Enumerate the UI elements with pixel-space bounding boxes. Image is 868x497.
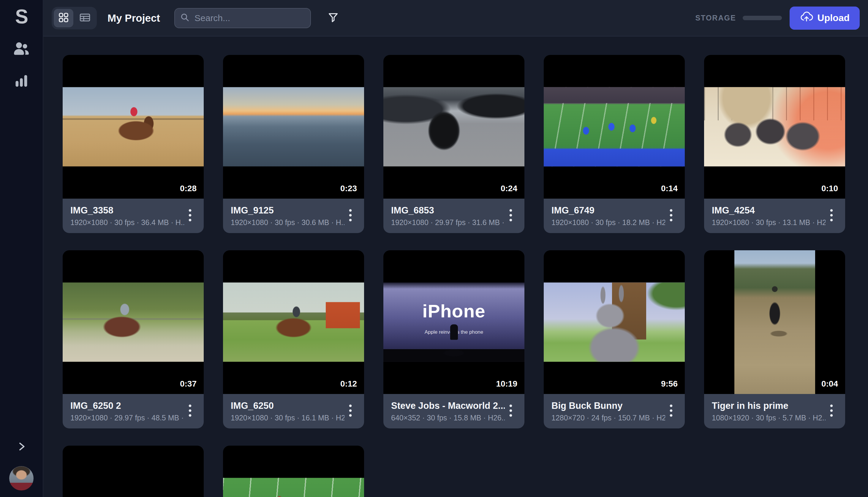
more-options-button[interactable] xyxy=(505,206,517,225)
video-card[interactable]: 0:24 IMG_6853 1920×1080 · 29.97 fps · 31… xyxy=(383,55,524,233)
video-thumbnail: 0:24 xyxy=(383,55,524,199)
duration-badge: 0:12 xyxy=(340,379,357,389)
video-card[interactable]: 0:14 IMG_6749 1920×1080 · 30 fps · 18.2 … xyxy=(544,55,685,233)
users-icon xyxy=(13,41,30,57)
sidebar-nav xyxy=(12,40,31,90)
sidebar-item-analytics[interactable] xyxy=(12,72,31,90)
filter-button[interactable] xyxy=(327,11,339,25)
grid-view-button[interactable] xyxy=(54,9,73,27)
video-card[interactable]: 0:37 IMG_6250 2 1920×1080 · 29.97 fps · … xyxy=(63,250,204,428)
duration-badge: 10:19 xyxy=(496,379,517,389)
video-title: Big Buck Bunny xyxy=(552,400,665,411)
duration-badge: 0:10 xyxy=(821,184,838,193)
duration-badge: 0:37 xyxy=(180,379,197,389)
video-card[interactable]: iPhone Apple reinvents the phone 10:19 S… xyxy=(383,250,524,428)
video-thumbnail: 0:14 xyxy=(544,55,685,199)
video-thumbnail: 0:28 xyxy=(63,55,204,199)
grid-view-icon xyxy=(58,12,69,24)
video-card-footer: IMG_6250 1920×1080 · 30 fps · 16.1 MB · … xyxy=(223,394,364,428)
upload-button[interactable]: Upload xyxy=(789,6,860,30)
kebab-menu-icon xyxy=(346,207,355,225)
video-card[interactable]: 0:10 IMG_4254 1920×1080 · 30 fps · 13.1 … xyxy=(704,55,845,233)
video-card[interactable]: 0:23 IMG_9125 1920×1080 · 30 fps · 30.6 … xyxy=(223,55,364,233)
presenter-silhouette xyxy=(450,325,458,340)
more-options-button[interactable] xyxy=(826,206,837,225)
video-card[interactable]: 0:28 IMG_3358 1920×1080 · 30 fps · 36.4 … xyxy=(63,55,204,233)
video-thumbnail: 0:12 xyxy=(223,250,364,394)
sidebar: S xyxy=(0,0,43,497)
video-title: IMG_9125 xyxy=(231,205,344,216)
video-card-footer: Tiger in his prime 1080×1920 · 30 fps · … xyxy=(704,394,845,428)
more-options-button[interactable] xyxy=(344,402,356,421)
video-meta: 1920×1080 · 30 fps · 30.6 MB · H... xyxy=(231,218,344,227)
user-avatar[interactable] xyxy=(9,466,33,491)
video-info: IMG_9125 1920×1080 · 30 fps · 30.6 MB · … xyxy=(231,205,344,227)
video-thumbnail-image xyxy=(223,283,364,362)
video-thumbnail: 0:37 xyxy=(63,250,204,394)
video-title: IMG_4254 xyxy=(712,205,826,216)
video-card[interactable]: 0:12 IMG_6250 1920×1080 · 30 fps · 16.1 … xyxy=(223,250,364,428)
video-info: Tiger in his prime 1080×1920 · 30 fps · … xyxy=(712,400,826,422)
video-thumbnail: 0:23 xyxy=(223,55,364,199)
sidebar-expand-button[interactable] xyxy=(15,440,28,454)
more-options-button[interactable] xyxy=(184,206,196,225)
more-options-button[interactable] xyxy=(505,402,517,421)
video-thumbnail-image xyxy=(63,478,204,497)
keynote-screen-title: iPhone xyxy=(422,300,485,322)
duration-badge: 0:14 xyxy=(661,184,678,193)
video-info: IMG_4254 1920×1080 · 30 fps · 13.1 MB · … xyxy=(712,205,826,227)
video-meta: 1280×720 · 24 fps · 150.7 MB · H2... xyxy=(552,414,665,422)
kebab-menu-icon xyxy=(186,207,195,225)
more-options-button[interactable] xyxy=(184,402,196,421)
video-card-footer: IMG_6853 1920×1080 · 29.97 fps · 31.6 MB… xyxy=(383,199,524,233)
chevron-right-icon xyxy=(15,449,28,454)
header-right: STORAGE Upload xyxy=(695,6,860,30)
more-options-button[interactable] xyxy=(665,206,677,225)
video-card-footer: IMG_6250 2 1920×1080 · 29.97 fps · 48.5 … xyxy=(63,394,204,428)
video-info: IMG_3358 1920×1080 · 30 fps · 36.4 MB · … xyxy=(70,205,184,227)
video-thumbnail xyxy=(223,446,364,497)
video-title: Tiger in his prime xyxy=(712,400,826,411)
video-title: Steve Jobs - Macworld 2... xyxy=(391,400,505,411)
video-thumbnail-image xyxy=(383,87,524,167)
more-options-button[interactable] xyxy=(826,402,837,421)
video-card[interactable]: 9:56 Big Buck Bunny 1280×720 · 24 fps · … xyxy=(544,250,685,428)
search-box xyxy=(174,8,311,28)
video-thumbnail-image xyxy=(223,478,364,497)
video-meta: 1920×1080 · 29.97 fps · 48.5 MB ·... xyxy=(70,414,184,422)
search-input[interactable] xyxy=(174,8,311,28)
video-thumbnail: 0:10 xyxy=(704,55,845,199)
video-thumbnail-image xyxy=(63,283,204,362)
sidebar-item-team[interactable] xyxy=(12,40,31,58)
video-info: Big Buck Bunny 1280×720 · 24 fps · 150.7… xyxy=(552,400,665,422)
kebab-menu-icon xyxy=(506,402,515,420)
storage-meter xyxy=(743,16,782,20)
video-info: IMG_6250 1920×1080 · 30 fps · 16.1 MB · … xyxy=(231,400,344,422)
video-title: IMG_6250 2 xyxy=(70,400,184,411)
video-title: IMG_6853 xyxy=(391,205,505,216)
table-view-button[interactable] xyxy=(75,9,95,27)
more-options-button[interactable] xyxy=(344,206,356,225)
video-info: IMG_6749 1920×1080 · 30 fps · 18.2 MB · … xyxy=(552,205,665,227)
video-card[interactable] xyxy=(223,446,364,497)
app-logo: S xyxy=(15,6,28,26)
main-area: My Project STORAGE xyxy=(43,0,868,497)
video-thumbnail-image xyxy=(544,87,685,167)
video-thumbnail-image: iPhone Apple reinvents the phone xyxy=(383,283,524,362)
video-info: IMG_6250 2 1920×1080 · 29.97 fps · 48.5 … xyxy=(70,400,184,422)
video-card-footer: IMG_3358 1920×1080 · 30 fps · 36.4 MB · … xyxy=(63,199,204,233)
video-card[interactable] xyxy=(63,446,204,497)
video-card-footer: Steve Jobs - Macworld 2... 640×352 · 30 … xyxy=(383,394,524,428)
video-grid: 0:28 IMG_3358 1920×1080 · 30 fps · 36.4 … xyxy=(43,37,868,497)
more-options-button[interactable] xyxy=(665,402,677,421)
duration-badge: 0:04 xyxy=(821,379,838,389)
video-thumbnail: 9:56 xyxy=(544,250,685,394)
page-title: My Project xyxy=(108,12,160,24)
kebab-menu-icon xyxy=(667,402,675,420)
video-meta: 1920×1080 · 30 fps · 18.2 MB · H2... xyxy=(552,218,665,227)
video-card[interactable]: 0:04 Tiger in his prime 1080×1920 · 30 f… xyxy=(704,250,845,428)
video-card-footer: IMG_6749 1920×1080 · 30 fps · 18.2 MB · … xyxy=(544,199,685,233)
storage-label: STORAGE xyxy=(695,14,736,22)
view-toggle xyxy=(52,7,97,29)
kebab-menu-icon xyxy=(667,207,675,225)
